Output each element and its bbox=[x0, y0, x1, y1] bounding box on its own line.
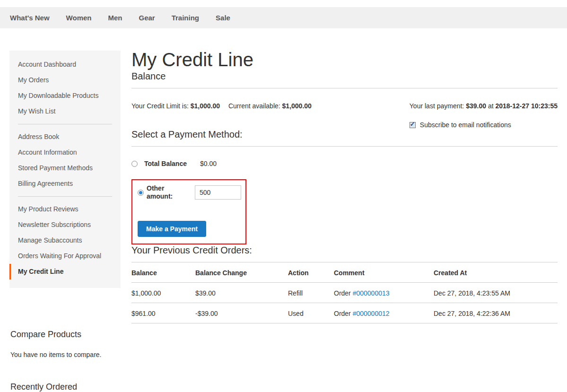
nav-item-whats-new[interactable]: What's New bbox=[10, 14, 50, 22]
sidebar-item-address-book[interactable]: Address Book bbox=[9, 129, 121, 145]
sidebar-item-my-wish-list[interactable]: My Wish List bbox=[9, 104, 121, 119]
cell-created-at: Dec 27, 2018, 4:22:36 AM bbox=[434, 303, 558, 323]
credit-orders-table: Balance Balance Change Action Comment Cr… bbox=[131, 262, 558, 323]
subscribe-label[interactable]: Subscribe to email notifications bbox=[420, 121, 511, 129]
sidebar-item-account-dashboard[interactable]: Account Dashboard bbox=[9, 57, 121, 72]
recently-ordered-title: Recently Ordered bbox=[10, 382, 121, 392]
cell-balance: $1,000.00 bbox=[131, 283, 195, 303]
cell-balance-change: $39.00 bbox=[195, 283, 288, 303]
other-amount-option[interactable]: Other amount: bbox=[136, 184, 245, 200]
order-word: Order bbox=[334, 289, 351, 297]
last-payment-line: Your last payment: $39.00 at 2018-12-27 … bbox=[410, 102, 558, 110]
sidebar-item-my-downloadable-products[interactable]: My Downloadable Products bbox=[9, 88, 121, 104]
total-balance-radio[interactable] bbox=[131, 161, 138, 167]
nav-item-gear[interactable]: Gear bbox=[139, 14, 155, 22]
sidebar-item-my-orders[interactable]: My Orders bbox=[9, 72, 121, 88]
last-payment-amount: $39.00 bbox=[466, 102, 486, 110]
checkmark-icon: ✓ bbox=[410, 121, 415, 127]
last-payment-label: Your last payment: bbox=[410, 102, 464, 110]
cell-comment: Order #000000012 bbox=[334, 303, 434, 323]
nav-item-women[interactable]: Women bbox=[66, 14, 92, 22]
main-content: My Credit Line Balance Your Credit Limit… bbox=[131, 51, 558, 392]
current-available-label: Current available: bbox=[228, 102, 280, 110]
cell-action: Used bbox=[288, 303, 334, 323]
sidebar-divider bbox=[18, 124, 112, 124]
recently-ordered-block: Recently Ordered bbox=[9, 382, 121, 392]
balance-heading: Balance bbox=[131, 70, 558, 82]
nav-item-men[interactable]: Men bbox=[108, 14, 122, 22]
page-body: Account Dashboard My Orders My Downloada… bbox=[0, 51, 567, 392]
account-sidebar: Account Dashboard My Orders My Downloada… bbox=[9, 51, 121, 288]
cell-balance: $961.00 bbox=[131, 303, 195, 323]
column-header-created-at: Created At bbox=[434, 262, 558, 283]
divider bbox=[131, 146, 558, 147]
credit-limit-line: Your Credit Limit is: $1,000.00 Current … bbox=[131, 102, 312, 129]
other-amount-label[interactable]: Other amount: bbox=[147, 184, 178, 200]
order-number-link[interactable]: #000000012 bbox=[353, 310, 390, 317]
credit-limit-value: $1,000.00 bbox=[191, 102, 220, 110]
column-header-balance-change: Balance Change bbox=[195, 262, 288, 283]
column-header-balance: Balance bbox=[131, 262, 195, 283]
last-payment-block: Your last payment: $39.00 at 2018-12-27 … bbox=[410, 102, 558, 129]
current-available-value: $1,000.00 bbox=[282, 102, 312, 110]
cell-created-at: Dec 27, 2018, 4:23:55 AM bbox=[434, 283, 558, 303]
highlight-annotation-box: Other amount: Make a Payment bbox=[131, 179, 246, 244]
credit-limit-label: Your Credit Limit is: bbox=[131, 102, 189, 110]
main-nav: What's New Women Men Gear Training Sale bbox=[0, 7, 567, 28]
table-header-row: Balance Balance Change Action Comment Cr… bbox=[131, 262, 558, 283]
compare-products-title: Compare Products bbox=[10, 330, 121, 340]
table-row: $961.00 -$39.00 Used Order #000000012 De… bbox=[131, 303, 558, 323]
sidebar-item-stored-payment-methods[interactable]: Stored Payment Methods bbox=[9, 160, 121, 176]
make-payment-button[interactable]: Make a Payment bbox=[138, 221, 206, 237]
left-column: Account Dashboard My Orders My Downloada… bbox=[9, 51, 121, 392]
divider bbox=[131, 88, 558, 88]
cell-comment: Order #000000013 bbox=[334, 283, 434, 303]
page-title: My Credit Line bbox=[131, 49, 558, 70]
table-row: $1,000.00 $39.00 Refill Order #000000013… bbox=[131, 283, 558, 303]
order-word: Order bbox=[334, 310, 351, 317]
sidebar-item-newsletter-subscriptions[interactable]: Newsletter Subscriptions bbox=[9, 217, 121, 233]
nav-item-training[interactable]: Training bbox=[172, 14, 199, 22]
sidebar-item-my-product-reviews[interactable]: My Product Reviews bbox=[9, 201, 121, 217]
order-number-link[interactable]: #000000013 bbox=[353, 289, 390, 297]
subscribe-checkbox[interactable]: ✓ bbox=[410, 122, 416, 128]
other-amount-input[interactable] bbox=[195, 185, 241, 200]
balance-row: Your Credit Limit is: $1,000.00 Current … bbox=[131, 102, 558, 129]
cell-action: Refill bbox=[288, 283, 334, 303]
nav-item-sale[interactable]: Sale bbox=[216, 14, 230, 22]
payment-method-heading: Select a Payment Method: bbox=[131, 129, 558, 140]
sidebar-item-manage-subaccounts[interactable]: Manage Subaccounts bbox=[9, 233, 121, 248]
compare-products-empty-text: You have no items to compare. bbox=[10, 351, 121, 358]
total-balance-value: $0.00 bbox=[200, 160, 217, 167]
column-header-comment: Comment bbox=[334, 262, 434, 283]
sidebar-divider bbox=[18, 196, 112, 197]
sidebar-item-billing-agreements[interactable]: Billing Agreements bbox=[9, 176, 121, 192]
previous-orders-heading: Your Previous Credit Orders: bbox=[131, 244, 558, 256]
sidebar-item-orders-waiting-for-approval[interactable]: Orders Waiting For Approval bbox=[9, 248, 121, 264]
compare-products-block: Compare Products You have no items to co… bbox=[9, 330, 121, 358]
sidebar-item-account-information[interactable]: Account Information bbox=[9, 145, 121, 160]
last-payment-datetime: 2018-12-27 10:23:55 bbox=[495, 102, 558, 110]
last-payment-connector: at bbox=[488, 102, 494, 110]
total-balance-option[interactable]: Total Balance $0.00 bbox=[131, 160, 558, 167]
sidebar-item-my-credit-line[interactable]: My Credit Line bbox=[9, 264, 121, 279]
column-header-action: Action bbox=[288, 262, 334, 283]
total-balance-label[interactable]: Total Balance bbox=[144, 160, 187, 167]
other-amount-radio[interactable] bbox=[138, 190, 144, 196]
cell-balance-change: -$39.00 bbox=[195, 303, 288, 323]
subscribe-checkbox-row[interactable]: ✓ Subscribe to email notifications bbox=[410, 121, 558, 129]
